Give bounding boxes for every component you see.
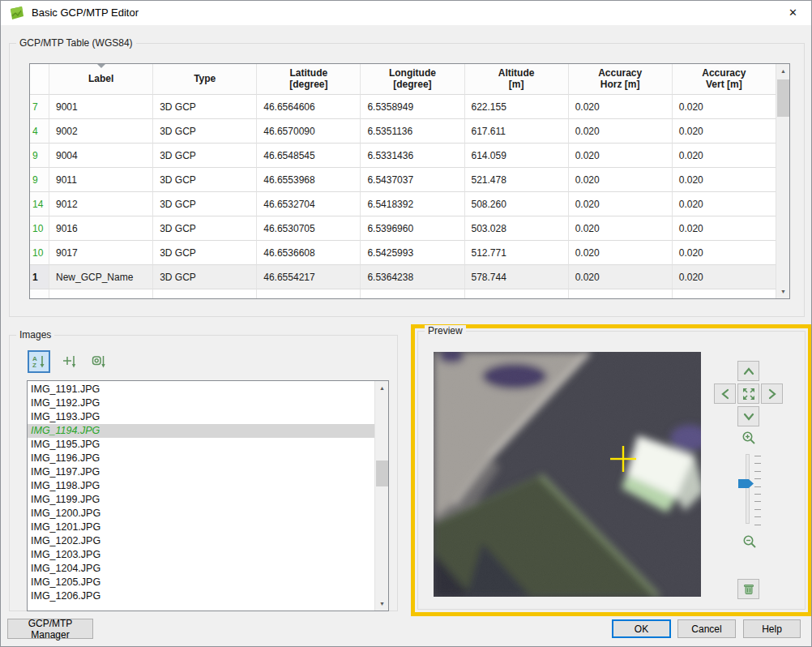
cell-accuracy-vert[interactable]: 0.020 — [673, 192, 776, 216]
table-row[interactable]: 10 9017 3D GCP 46.6536608 6.5425993 512.… — [30, 241, 776, 265]
cell-type[interactable]: 3D GCP — [153, 168, 257, 192]
image-list-item[interactable]: IMG_1199.JPG — [28, 493, 388, 507]
zoom-slider-thumb[interactable] — [738, 479, 754, 488]
image-list-item[interactable]: IMG_1206.JPG — [28, 589, 388, 603]
sort-alphabetical-button[interactable]: A Z — [28, 350, 50, 373]
scroll-down-icon[interactable]: ▼ — [776, 285, 790, 298]
image-list-item[interactable]: IMG_1203.JPG — [28, 548, 388, 562]
pan-right-button[interactable] — [761, 383, 783, 404]
cell-accuracy-vert[interactable]: 0.020 — [673, 168, 776, 192]
cell-latitude[interactable]: 46.6530705 — [257, 216, 361, 241]
cell-accuracy-horz[interactable]: 0.020 — [569, 265, 673, 289]
header-type[interactable]: Type — [153, 64, 257, 95]
cell-altitude[interactable]: 503.028 — [465, 216, 569, 241]
header-altitude[interactable]: Altitude[m] — [465, 64, 569, 95]
table-scrollbar-thumb[interactable] — [777, 79, 789, 117]
cell-altitude[interactable]: 622.155 — [465, 95, 569, 119]
cell-type[interactable]: 3D GCP — [153, 144, 257, 168]
cell-altitude[interactable]: 521.478 — [465, 168, 569, 192]
cell-label[interactable]: 9012 — [49, 192, 153, 216]
image-list-item[interactable]: IMG_1198.JPG — [28, 479, 388, 493]
cell-accuracy-vert[interactable]: 0.020 — [673, 265, 776, 289]
cell-accuracy-horz[interactable]: 0.020 — [569, 241, 673, 265]
delete-mark-button[interactable] — [737, 579, 759, 599]
close-icon[interactable]: ✕ — [775, 1, 811, 25]
cell-type[interactable]: 3D GCP — [153, 192, 257, 216]
cell-label[interactable]: New_GCP_Name — [49, 265, 153, 289]
cell-accuracy-vert[interactable]: 0.020 — [673, 216, 776, 241]
cell-longitude[interactable]: 6.5418392 — [361, 192, 464, 216]
cell-label[interactable]: 9001 — [49, 95, 153, 119]
pan-left-button[interactable] — [714, 383, 736, 404]
cell-type[interactable]: 3D GCP — [153, 265, 257, 289]
image-list-item-selected[interactable]: IMG_1194.JPG — [28, 424, 388, 438]
scroll-down-icon[interactable]: ▼ — [375, 597, 389, 611]
fit-view-button[interactable] — [737, 383, 759, 404]
cell-longitude[interactable]: 6.5396960 — [361, 216, 464, 241]
header-latitude[interactable]: Latitude[degree] — [257, 64, 361, 95]
table-row[interactable]: 9 9011 3D GCP 46.6553968 6.5437037 521.4… — [30, 168, 776, 192]
zoom-slider-track[interactable] — [746, 454, 750, 524]
cell-longitude[interactable]: 6.5331436 — [361, 144, 464, 168]
pan-down-button[interactable] — [737, 406, 759, 426]
cell-accuracy-horz[interactable]: 0.020 — [569, 216, 673, 241]
table-row[interactable]: 4 9002 3D GCP 46.6570090 6.5351136 617.6… — [30, 119, 776, 144]
cell-type[interactable]: 3D GCP — [153, 241, 257, 265]
pan-up-button[interactable] — [737, 361, 759, 381]
cancel-button[interactable]: Cancel — [677, 619, 736, 638]
image-list-item[interactable]: IMG_1192.JPG — [28, 396, 388, 410]
table-row[interactable]: 9 9004 3D GCP 46.6548545 6.5331436 614.0… — [30, 144, 776, 168]
image-list-item[interactable]: IMG_1202.JPG — [28, 534, 388, 548]
cell-accuracy-vert[interactable]: 0.020 — [673, 144, 776, 168]
image-list-item[interactable]: IMG_1205.JPG — [28, 576, 388, 589]
cell-altitude[interactable]: 578.744 — [465, 265, 569, 289]
image-list-item[interactable]: IMG_1197.JPG — [28, 465, 388, 479]
scroll-up-icon[interactable]: ▲ — [375, 381, 389, 395]
cell-longitude[interactable]: 6.5437037 — [361, 168, 464, 192]
cell-latitude[interactable]: 46.6536608 — [257, 241, 361, 265]
cell-latitude[interactable]: 46.6570090 — [257, 119, 361, 144]
image-list-item[interactable]: IMG_1195.JPG — [28, 438, 388, 452]
cell-accuracy-horz[interactable]: 0.020 — [569, 144, 673, 168]
cell-longitude[interactable]: 6.5358949 — [361, 95, 464, 119]
cell-latitude[interactable]: 46.6553968 — [257, 168, 361, 192]
sort-by-projection-button[interactable] — [88, 350, 110, 373]
cell-label[interactable]: 9017 — [49, 241, 153, 265]
cell-altitude[interactable]: 614.059 — [465, 144, 569, 168]
image-list-item[interactable]: IMG_1200.JPG — [28, 507, 388, 521]
table-row[interactable]: 10 9016 3D GCP 46.6530705 6.5396960 503.… — [30, 216, 776, 241]
cell-accuracy-horz[interactable]: 0.020 — [569, 119, 673, 144]
cell-altitude[interactable]: 508.260 — [465, 192, 569, 216]
image-list-item[interactable]: IMG_1201.JPG — [28, 521, 388, 534]
cell-accuracy-vert[interactable]: 0.020 — [673, 95, 776, 119]
cell-type[interactable]: 3D GCP — [153, 119, 257, 144]
cell-label[interactable]: 9004 — [49, 144, 153, 168]
cell-accuracy-horz[interactable]: 0.020 — [569, 168, 673, 192]
cell-latitude[interactable]: 46.6548545 — [257, 144, 361, 168]
image-list-item[interactable]: IMG_1196.JPG — [28, 452, 388, 465]
cell-label[interactable]: 9011 — [49, 168, 153, 192]
cell-type[interactable]: 3D GCP — [153, 216, 257, 241]
cell-longitude[interactable]: 6.5351136 — [361, 119, 464, 144]
image-list-item[interactable]: IMG_1204.JPG — [28, 562, 388, 576]
table-row[interactable]: 14 9012 3D GCP 46.6532704 6.5418392 508.… — [30, 192, 776, 216]
table-scrollbar[interactable]: ▲ ▼ — [776, 64, 789, 298]
cell-accuracy-horz[interactable]: 0.020 — [569, 95, 673, 119]
cell-altitude[interactable]: 617.611 — [465, 119, 569, 144]
zoom-out-button[interactable] — [742, 534, 757, 549]
scroll-up-icon[interactable]: ▲ — [776, 64, 790, 78]
header-accuracy-vert[interactable]: AccuracyVert [m] — [673, 64, 776, 95]
image-list-scrollbar[interactable]: ▲ ▼ — [374, 381, 388, 611]
preview-image[interactable] — [434, 352, 701, 597]
cell-latitude[interactable]: 46.6532704 — [257, 192, 361, 216]
header-accuracy-horz[interactable]: AccuracyHorz [m] — [569, 64, 673, 95]
table-row-selected[interactable]: 1 New_GCP_Name 3D GCP 46.6554217 6.53642… — [30, 265, 776, 289]
help-button[interactable]: Help — [743, 619, 801, 638]
image-list-scrollbar-thumb[interactable] — [376, 461, 388, 486]
cell-label[interactable]: 9016 — [49, 216, 153, 241]
cell-longitude[interactable]: 6.5364238 — [361, 265, 464, 289]
ok-button[interactable]: OK — [612, 619, 671, 638]
image-list-item[interactable]: IMG_1191.JPG — [28, 383, 388, 396]
cell-accuracy-horz[interactable]: 0.020 — [569, 192, 673, 216]
cell-accuracy-vert[interactable]: 0.020 — [673, 119, 776, 144]
